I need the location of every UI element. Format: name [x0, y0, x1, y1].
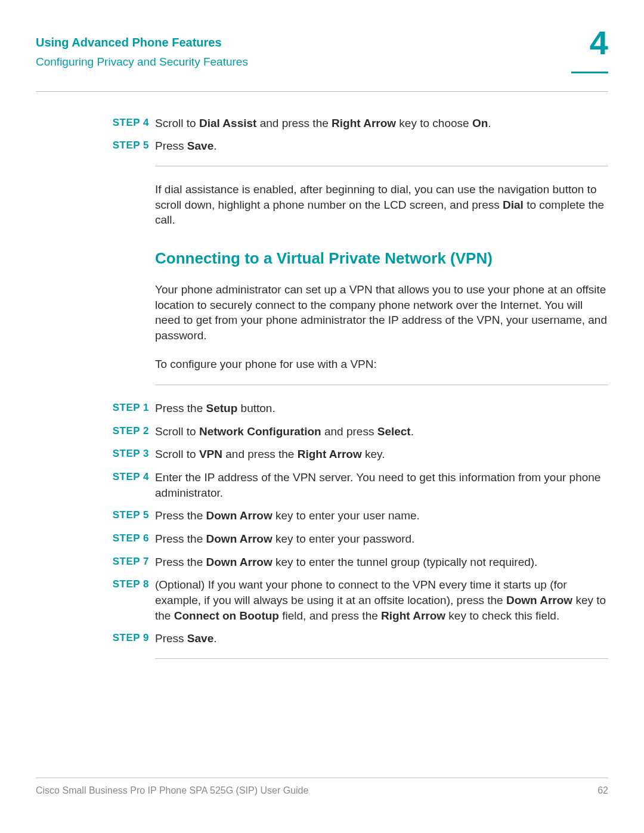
- step-label: STEP 4: [103, 470, 149, 500]
- step-text: Press the Setup button.: [155, 401, 608, 416]
- separator-rule: [155, 166, 608, 166]
- page-footer: Cisco Small Business Pro IP Phone SPA 52…: [36, 778, 608, 797]
- step-row: STEP 2 Scroll to Network Configuration a…: [155, 424, 608, 439]
- step-text: Press the Down Arrow key to enter your p…: [155, 531, 608, 547]
- step-text: Press the Down Arrow key to enter the tu…: [155, 555, 608, 570]
- separator-rule: [155, 658, 608, 659]
- step-label: STEP 7: [103, 555, 149, 570]
- step-text: (Optional) If you want your phone to con…: [155, 577, 608, 623]
- step-row: STEP 4 Enter the IP address of the VPN s…: [155, 470, 608, 500]
- step-row: STEP 7 Press the Down Arrow key to enter…: [155, 555, 608, 570]
- step-row: STEP 5 Press Save.: [155, 138, 608, 154]
- step-row: STEP 5 Press the Down Arrow key to enter…: [155, 508, 608, 524]
- step-row: STEP 4 Scroll to Dial Assist and press t…: [155, 116, 608, 131]
- chapter-underline: [571, 72, 608, 73]
- header-subtitle: Configuring Privacy and Security Feature…: [36, 54, 608, 70]
- page-header: Using Advanced Phone Features Configurin…: [36, 35, 608, 70]
- step-text: Press the Down Arrow key to enter your u…: [155, 508, 608, 524]
- step-row: STEP 3 Scroll to VPN and press the Right…: [155, 447, 608, 462]
- step-label: STEP 5: [103, 138, 149, 154]
- header-title: Using Advanced Phone Features: [36, 35, 608, 51]
- page: Using Advanced Phone Features Configurin…: [0, 0, 644, 833]
- step-label: STEP 6: [103, 531, 149, 547]
- separator-rule: [155, 385, 608, 385]
- note-paragraph: If dial assistance is enabled, after beg…: [155, 182, 608, 228]
- footer-title: Cisco Small Business Pro IP Phone SPA 52…: [36, 784, 308, 797]
- step-text: Press Save.: [155, 631, 608, 646]
- step-text: Enter the IP address of the VPN server. …: [155, 470, 608, 500]
- page-number: 62: [597, 784, 608, 797]
- content-area: STEP 4 Scroll to Dial Assist and press t…: [155, 116, 608, 659]
- steps-group-a: STEP 4 Scroll to Dial Assist and press t…: [155, 116, 608, 154]
- step-label: STEP 3: [103, 447, 149, 462]
- step-label: STEP 8: [103, 577, 149, 623]
- section-heading: Connecting to a Virtual Private Network …: [155, 248, 608, 269]
- step-text: Scroll to Dial Assist and press the Righ…: [155, 116, 608, 131]
- step-label: STEP 1: [103, 401, 149, 416]
- chapter-number: 4: [571, 26, 608, 60]
- intro-paragraph-2: To configure your phone for use with a V…: [155, 357, 608, 372]
- step-row: STEP 8 (Optional) If you want your phone…: [155, 577, 608, 623]
- step-row: STEP 1 Press the Setup button.: [155, 401, 608, 416]
- step-text: Scroll to VPN and press the Right Arrow …: [155, 447, 608, 462]
- step-row: STEP 9 Press Save.: [155, 631, 608, 646]
- step-text: Press Save.: [155, 138, 608, 154]
- step-row: STEP 6 Press the Down Arrow key to enter…: [155, 531, 608, 547]
- step-label: STEP 5: [103, 508, 149, 524]
- intro-paragraph-1: Your phone administrator can set up a VP…: [155, 282, 608, 343]
- step-label: STEP 2: [103, 424, 149, 439]
- step-label: STEP 9: [103, 631, 149, 646]
- steps-group-b: STEP 1 Press the Setup button. STEP 2 Sc…: [155, 401, 608, 646]
- step-text: Scroll to Network Configuration and pres…: [155, 424, 608, 439]
- header-rule: [36, 91, 608, 92]
- chapter-number-block: 4: [571, 26, 608, 73]
- step-label: STEP 4: [103, 116, 149, 131]
